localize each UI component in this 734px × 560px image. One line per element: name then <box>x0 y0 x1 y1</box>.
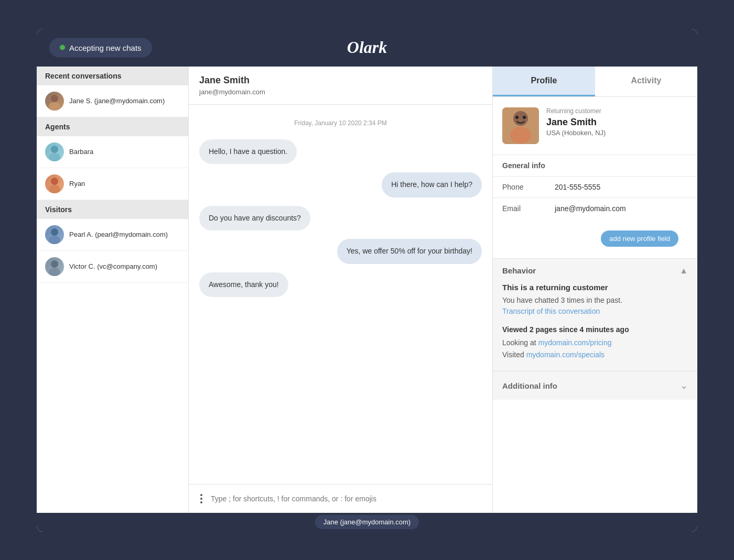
sidebar-item-ryan-name: Ryan <box>69 180 85 188</box>
avatar-victor <box>45 257 64 276</box>
avatar-barbara <box>45 142 64 161</box>
phone-row: Phone 201-555-5555 <box>493 176 697 197</box>
avatar-jane <box>45 92 64 111</box>
chat-header: Jane Smith jane@mydomain.com <box>189 67 492 105</box>
sidebar-item-jane[interactable]: Jane S. (jane@mydomain.com) <box>37 85 188 117</box>
behavior-returning-title: This is a returning customer <box>502 283 688 292</box>
sidebar-item-pearl-name: Pearl A. (pearl@mydomain.com) <box>69 230 168 238</box>
status-text: Accepting new chats <box>69 43 142 52</box>
svg-point-4 <box>51 178 58 185</box>
additional-info-title: Additional info <box>502 381 557 390</box>
message-5: Awesome, thank you! <box>199 272 288 298</box>
sidebar-item-pearl[interactable]: Pearl A. (pearl@mydomain.com) <box>37 219 188 251</box>
agents-header: Agents <box>37 117 188 136</box>
sidebar-item-jane-name: Jane S. (jane@mydomain.com) <box>69 97 165 105</box>
svg-point-6 <box>51 228 58 236</box>
profile-user-section: Returning customer Jane Smith USA (Hobok… <box>493 97 697 155</box>
body: Recent conversations Jane S. (jane@mydom… <box>37 67 697 513</box>
general-info-title: General info <box>493 155 697 176</box>
add-field-button[interactable]: add new profile field <box>601 230 678 247</box>
status-badge[interactable]: Accepting new chats <box>49 38 152 57</box>
message-4: Yes, we offer 50% off for your birthday! <box>337 239 482 264</box>
header: Accepting new chats Olark <box>37 29 697 67</box>
chat-input[interactable] <box>211 495 484 503</box>
svg-point-12 <box>510 127 531 144</box>
chat-input-area <box>189 484 492 513</box>
behavior-section: Behavior ▲ This is a returning customer … <box>493 258 697 371</box>
behavior-collapse-icon[interactable]: ▲ <box>679 266 688 276</box>
additional-info-header[interactable]: Additional info ⌄ <box>493 371 697 400</box>
svg-point-9 <box>49 268 60 276</box>
message-3: Do you have any discounts? <box>199 206 310 231</box>
behavior-returning-text: You have chatted 3 times in the past. Tr… <box>502 295 688 317</box>
tab-profile[interactable]: Profile <box>493 67 595 96</box>
recent-conversations-header: Recent conversations <box>37 67 188 85</box>
svg-point-5 <box>49 185 60 193</box>
tab-activity[interactable]: Activity <box>595 67 697 96</box>
footer-user-tag: Jane (jane@mydomain.com) <box>315 515 419 529</box>
svg-point-14 <box>523 116 526 119</box>
svg-point-2 <box>51 146 58 153</box>
profile-tabs: Profile Activity <box>493 67 697 97</box>
chat-date-divider: Friday, January 10 2020 2:34 PM <box>199 119 482 127</box>
sidebar-item-ryan[interactable]: Ryan <box>37 168 188 200</box>
profile-customer-type: Returning customer <box>546 107 688 115</box>
menu-dot-1 <box>200 494 202 496</box>
chat-area: Jane Smith jane@mydomain.com Friday, Jan… <box>189 67 493 513</box>
behavior-title: Behavior <box>502 266 536 275</box>
profile-user-name: Jane Smith <box>546 117 688 128</box>
svg-point-7 <box>49 236 60 244</box>
visitors-header: Visitors <box>37 200 188 219</box>
avatar-ryan <box>45 174 64 193</box>
svg-point-13 <box>515 116 519 119</box>
sidebar-item-victor-name: Victor C. (vc@company.com) <box>69 262 157 270</box>
app-logo: Olark <box>347 38 387 57</box>
phone-value: 201-555-5555 <box>555 183 600 191</box>
visited-link[interactable]: mydomain.com/specials <box>526 350 605 359</box>
status-dot <box>60 45 65 50</box>
sidebar-item-barbara-name: Barbara <box>69 148 93 156</box>
behavior-content: This is a returning customer You have ch… <box>493 283 697 371</box>
svg-point-8 <box>51 260 58 268</box>
profile-user-location: USA (Hoboken, NJ) <box>546 129 688 137</box>
profile-user-details: Returning customer Jane Smith USA (Hobok… <box>546 107 688 137</box>
sidebar: Recent conversations Jane S. (jane@mydom… <box>37 67 189 513</box>
sidebar-item-barbara[interactable]: Barbara <box>37 136 188 168</box>
general-info-section: General info Phone 201-555-5555 Email ja… <box>493 155 697 258</box>
menu-dots-button[interactable] <box>197 491 206 507</box>
additional-info-section: Additional info ⌄ <box>493 371 697 400</box>
main-container: Accepting new chats Olark Recent convers… <box>37 29 697 532</box>
visited-label: Visited <box>502 350 524 359</box>
looking-label: Looking at <box>502 338 536 347</box>
svg-point-3 <box>49 153 60 161</box>
additional-info-chevron-icon: ⌄ <box>680 380 688 391</box>
svg-point-1 <box>49 102 60 111</box>
profile-panel: Profile Activity <box>493 67 697 513</box>
sidebar-item-victor[interactable]: Victor C. (vc@company.com) <box>37 251 188 283</box>
email-value: jane@mydomain.com <box>555 204 626 213</box>
profile-avatar <box>502 107 539 144</box>
phone-label: Phone <box>502 183 555 191</box>
message-2: Hi there, how can I help? <box>382 172 482 197</box>
behavior-viewed-label: Viewed 2 pages since 4 minutes ago <box>502 325 688 334</box>
chat-messages: Friday, January 10 2020 2:34 PM Hello, I… <box>189 105 492 484</box>
transcript-link[interactable]: Transcript of this conversation <box>502 307 600 315</box>
footer-bar: Jane (jane@mydomain.com) <box>37 513 697 532</box>
avatar-pearl <box>45 225 64 244</box>
menu-dot-3 <box>200 501 202 503</box>
behavior-pages: Looking at mydomain.com/pricing Visited … <box>502 337 688 362</box>
chat-user-email: jane@mydomain.com <box>199 88 482 96</box>
menu-dot-2 <box>200 498 202 500</box>
behavior-header: Behavior ▲ <box>493 259 697 283</box>
looking-link[interactable]: mydomain.com/pricing <box>538 338 612 347</box>
profile-content: Returning customer Jane Smith USA (Hobok… <box>493 97 697 513</box>
svg-point-0 <box>51 95 58 102</box>
email-row: Email jane@mydomain.com <box>493 197 697 219</box>
chat-user-name: Jane Smith <box>199 75 482 86</box>
message-1: Hello, I have a question. <box>199 139 297 164</box>
email-label: Email <box>502 204 555 213</box>
